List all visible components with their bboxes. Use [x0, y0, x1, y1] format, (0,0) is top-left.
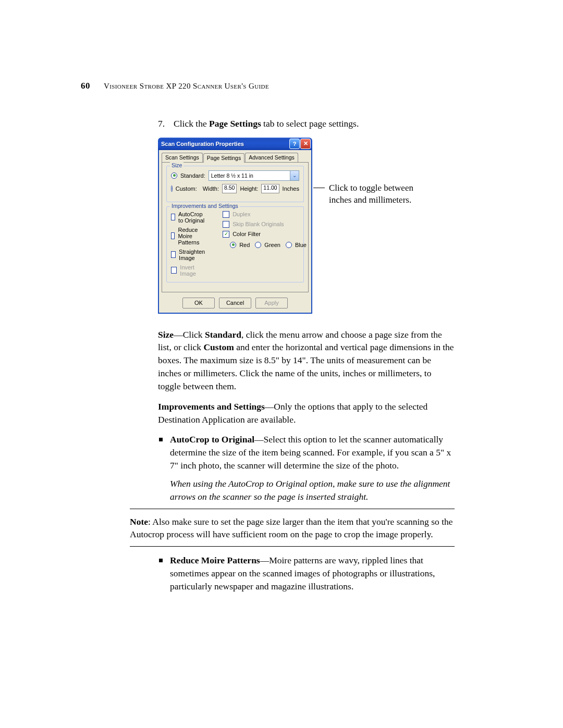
- duplex-checkbox: [223, 211, 229, 218]
- standard-label: Standard:: [180, 172, 205, 179]
- tab-page-settings[interactable]: Page Settings: [203, 153, 244, 163]
- improvements-fieldset: Improvements and Settings AutoCrop to Or…: [166, 206, 304, 282]
- width-input[interactable]: 8.50: [222, 184, 237, 193]
- close-icon[interactable]: ✕: [300, 139, 311, 149]
- green-radio[interactable]: [255, 242, 261, 248]
- size-fieldset: Size Standard: Letter 8 ½ x 11 in ⌄: [166, 166, 304, 202]
- improvements-paragraph: Improvements and Settings—Only the optio…: [158, 400, 455, 426]
- skip-blank-checkbox: [223, 221, 229, 228]
- custom-radio[interactable]: [171, 186, 173, 192]
- annotation-leader: [313, 188, 325, 188]
- page-number: 60: [81, 81, 90, 91]
- note-paragraph: Note: Also make sure to set the page siz…: [130, 515, 455, 541]
- improvements-legend: Improvements and Settings: [170, 203, 240, 209]
- straighten-checkbox[interactable]: [171, 251, 176, 258]
- help-icon[interactable]: ?: [289, 139, 300, 149]
- tab-advanced-settings[interactable]: Advanced Settings: [245, 153, 298, 162]
- custom-label: Custom:: [176, 186, 200, 192]
- dialog-title: Scan Configuration Properties: [161, 141, 289, 147]
- moire-checkbox[interactable]: [171, 232, 175, 239]
- autocrop-italic-note: When using the AutoCrop to Original opti…: [170, 477, 455, 503]
- ok-button[interactable]: OK: [182, 298, 215, 309]
- bullet-icon: [159, 438, 163, 441]
- tabpanel: Size Standard: Letter 8 ½ x 11 in ⌄: [162, 162, 309, 292]
- units-toggle[interactable]: Inches: [283, 186, 299, 192]
- bullet-autocrop: AutoCrop to Original—Select this option …: [158, 433, 455, 503]
- standard-radio[interactable]: [171, 172, 177, 179]
- autocrop-checkbox[interactable]: [171, 214, 175, 220]
- dialog-titlebar[interactable]: Scan Configuration Properties ? ✕: [158, 138, 312, 150]
- apply-button: Apply: [255, 298, 288, 309]
- invert-checkbox: [171, 267, 177, 274]
- chevron-down-icon[interactable]: ⌄: [290, 171, 299, 180]
- red-radio[interactable]: [230, 242, 236, 248]
- header-title: Visioneer Strobe XP 220 Scanner User's G…: [104, 82, 269, 90]
- size-legend: Size: [170, 162, 183, 168]
- bullet-icon: [159, 559, 163, 562]
- size-paragraph: Size—Click Standard, click the menu arro…: [158, 328, 455, 393]
- cancel-button[interactable]: Cancel: [219, 298, 251, 309]
- tabstrip: Scan Settings Page Settings Advanced Set…: [162, 152, 309, 162]
- annotation-text: Click to toggle between inches and milli…: [329, 182, 427, 207]
- height-label: Height:: [240, 186, 258, 192]
- blue-radio[interactable]: [286, 242, 292, 248]
- step-7: 7. Click the Page Settings tab to select…: [158, 117, 455, 130]
- page-header: 60 Visioneer Strobe XP 220 Scanner User'…: [81, 81, 455, 91]
- width-label: Width:: [203, 186, 219, 192]
- step-text: Click the Page Settings tab to select pa…: [174, 117, 359, 130]
- color-filter-checkbox[interactable]: [223, 231, 229, 238]
- scan-config-dialog: Scan Configuration Properties ? ✕ Scan S…: [158, 138, 312, 314]
- note-block: Note: Also make sure to set the page siz…: [130, 509, 455, 547]
- tab-scan-settings[interactable]: Scan Settings: [162, 153, 203, 162]
- bullet-moire: Reduce Moire Patterns—Moire patterns are…: [158, 554, 455, 593]
- step-number: 7.: [158, 117, 174, 130]
- page-size-combo[interactable]: Letter 8 ½ x 11 in ⌄: [209, 170, 299, 181]
- height-input[interactable]: 11.00: [261, 184, 279, 193]
